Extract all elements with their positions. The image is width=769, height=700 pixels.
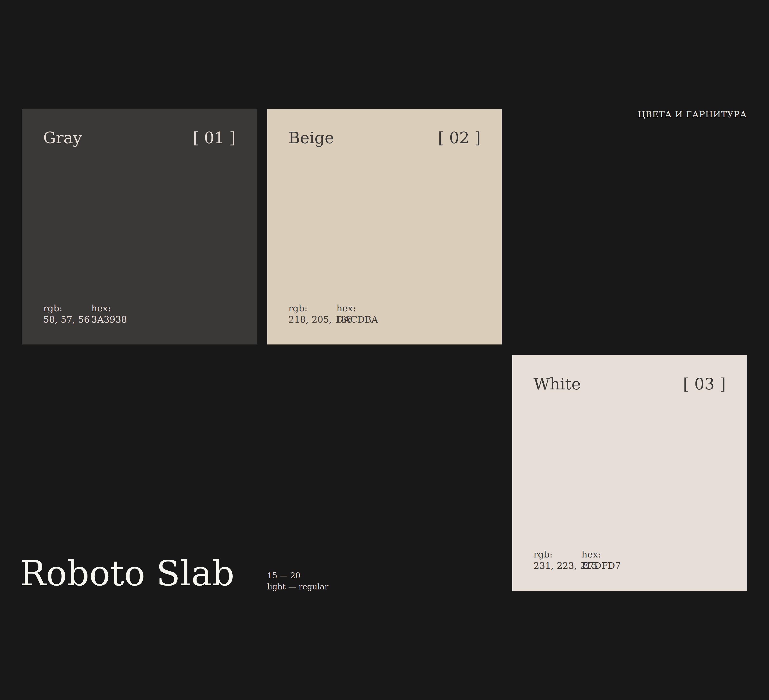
hex-label: hex: (582, 549, 621, 560)
rgb-value: 231, 223, 215 (534, 560, 582, 571)
hex-value: DACDBA (336, 314, 378, 325)
typeface-spec: 15 — 20 light — regular (267, 570, 328, 592)
swatch-color-values: rgb: 58, 57, 56 hex: 3A3938 (43, 303, 235, 325)
typeface-weight-range: light — regular (267, 581, 328, 592)
swatch-card-header: White [ 03 ] (534, 376, 726, 392)
hex-column: hex: E7DFD7 (582, 549, 621, 571)
hex-value: E7DFD7 (582, 560, 621, 571)
swatch-card-beige: Beige [ 02 ] rgb: 218, 205, 186 hex: DAC… (267, 109, 502, 344)
swatch-card-gray: Gray [ 01 ] rgb: 58, 57, 56 hex: 3A3938 (22, 109, 257, 344)
swatch-color-values: rgb: 231, 223, 215 hex: E7DFD7 (534, 549, 726, 571)
rgb-column: rgb: 58, 57, 56 (43, 303, 91, 325)
rgb-column: rgb: 231, 223, 215 (534, 549, 582, 571)
rgb-label: rgb: (534, 549, 582, 560)
swatch-index: [ 01 ] (193, 130, 235, 146)
hex-label: hex: (336, 303, 378, 314)
hex-label: hex: (91, 303, 127, 314)
swatch-index: [ 02 ] (438, 130, 481, 146)
typeface-size-range: 15 — 20 (267, 570, 328, 581)
swatch-card-white: White [ 03 ] rgb: 231, 223, 215 hex: E7D… (512, 355, 747, 591)
swatch-name: White (534, 376, 581, 392)
rgb-label: rgb: (288, 303, 336, 314)
rgb-value: 218, 205, 186 (288, 314, 336, 325)
swatch-card-header: Gray [ 01 ] (43, 130, 235, 146)
swatch-index: [ 03 ] (683, 376, 726, 392)
hex-column: hex: 3A3938 (91, 303, 127, 325)
swatch-name: Beige (288, 130, 334, 146)
swatch-name: Gray (43, 130, 82, 146)
rgb-label: rgb: (43, 303, 91, 314)
rgb-column: rgb: 218, 205, 186 (288, 303, 336, 325)
page-kicker: ЦВЕТА И ГАРНИТУРА (637, 110, 747, 119)
hex-value: 3A3938 (91, 314, 127, 325)
swatch-card-header: Beige [ 02 ] (288, 130, 481, 146)
rgb-value: 58, 57, 56 (43, 314, 91, 325)
typeface-name: Roboto Slab (20, 556, 234, 591)
swatch-color-values: rgb: 218, 205, 186 hex: DACDBA (288, 303, 481, 325)
hex-column: hex: DACDBA (336, 303, 378, 325)
